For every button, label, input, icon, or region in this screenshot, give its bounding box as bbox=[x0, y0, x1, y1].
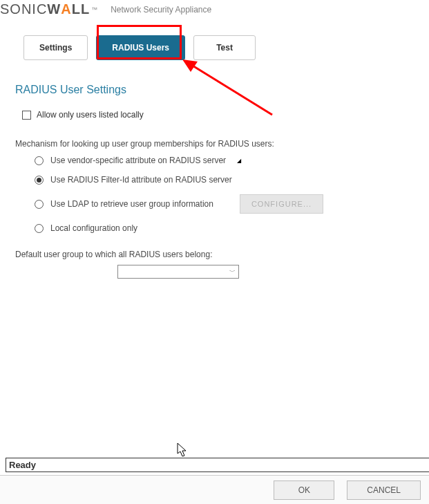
allow-local-checkbox[interactable] bbox=[22, 111, 31, 120]
radio-ldap-label: Use LDAP to retrieve user group informat… bbox=[50, 199, 213, 209]
default-group-label: Default user group to which all RADIUS u… bbox=[15, 250, 429, 259]
logo-wall-ll: LL bbox=[72, 1, 90, 17]
chevron-down-icon: ﹀ bbox=[229, 268, 236, 277]
logo-wall-w: W bbox=[47, 1, 61, 17]
tab-settings[interactable]: Settings bbox=[23, 35, 88, 60]
footer: OK CANCEL bbox=[0, 475, 429, 504]
status-bar: Ready bbox=[6, 458, 429, 472]
radio-row-local[interactable]: Local configuration only bbox=[35, 223, 429, 233]
section-title: RADIUS User Settings bbox=[15, 84, 429, 96]
radio-local-label: Local configuration only bbox=[50, 223, 137, 233]
radio-row-filter-id[interactable]: Use RADIUS Filter-Id attribute on RADIUS… bbox=[35, 175, 429, 185]
radio-vendor[interactable] bbox=[35, 156, 44, 165]
header-subtitle: Network Security Appliance bbox=[111, 5, 211, 15]
configure-button: CONFIGURE... bbox=[240, 194, 323, 214]
radio-filter-id-label: Use RADIUS Filter-Id attribute on RADIUS… bbox=[50, 175, 232, 185]
logo-sonic: SONIC bbox=[0, 1, 47, 17]
mechanism-label: Mechanism for looking up user group memb… bbox=[15, 139, 429, 149]
brand-logo: SONICWALL™ bbox=[0, 1, 98, 17]
caret-icon: ◢ bbox=[237, 158, 241, 164]
radio-local[interactable] bbox=[35, 224, 44, 233]
radio-vendor-label: Use vendor-specific attribute on RADIUS … bbox=[50, 156, 226, 165]
cancel-button[interactable]: CANCEL bbox=[347, 480, 421, 500]
radio-row-vendor[interactable]: Use vendor-specific attribute on RADIUS … bbox=[35, 156, 429, 165]
mechanism-radio-group: Use vendor-specific attribute on RADIUS … bbox=[35, 156, 429, 233]
tab-test[interactable]: Test bbox=[193, 35, 256, 60]
radio-ldap[interactable] bbox=[35, 200, 44, 209]
allow-local-row[interactable]: Allow only users listed locally bbox=[22, 110, 429, 120]
cursor-icon bbox=[177, 442, 188, 458]
radio-row-ldap[interactable]: Use LDAP to retrieve user group informat… bbox=[35, 194, 429, 214]
tab-bar: Settings RADIUS Users Test bbox=[0, 23, 429, 60]
tab-radius-users[interactable]: RADIUS Users bbox=[96, 35, 185, 60]
logo-a: A bbox=[61, 1, 71, 17]
ok-button[interactable]: OK bbox=[274, 480, 334, 500]
logo-tm: ™ bbox=[91, 6, 98, 13]
content-panel: RADIUS User Settings Allow only users li… bbox=[0, 60, 429, 279]
allow-local-label: Allow only users listed locally bbox=[37, 110, 144, 120]
header: SONICWALL™ Network Security Appliance bbox=[0, 0, 429, 23]
default-group-select[interactable]: ﹀ bbox=[117, 265, 239, 279]
radio-filter-id[interactable] bbox=[35, 176, 44, 185]
